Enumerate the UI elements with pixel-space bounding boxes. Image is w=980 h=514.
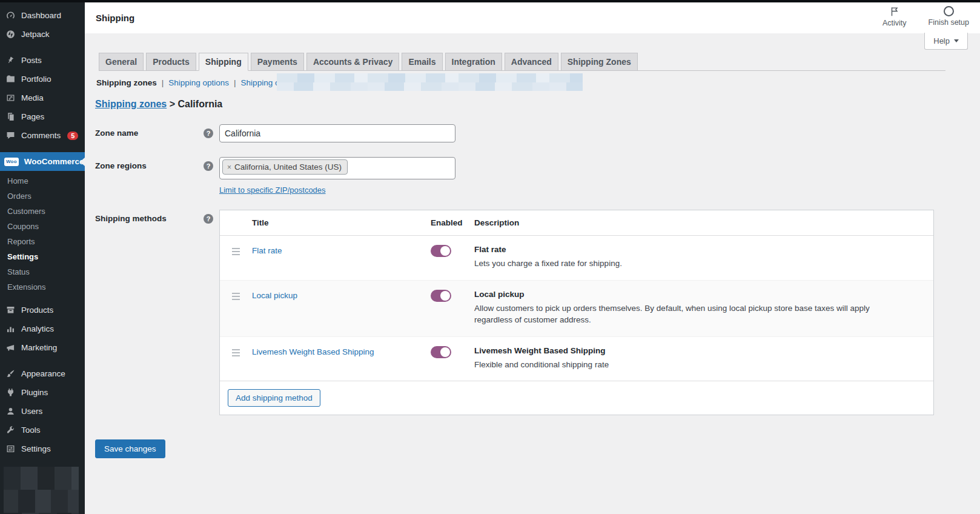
sidebar-item-marketing[interactable]: Marketing (0, 338, 85, 357)
sidebar-item-comments[interactable]: Comments 5 (0, 126, 85, 145)
help-tip-icon[interactable]: ? (204, 128, 213, 138)
zone-regions-label: Zone regions (95, 161, 147, 170)
zone-name-label: Zone name (95, 128, 138, 138)
zone-regions-row: Zone regions ? × California, United Stat… (95, 157, 980, 195)
sidebar-item-dashboard[interactable]: Dashboard (0, 6, 85, 25)
page-title: Shipping (96, 13, 134, 23)
finish-setup-button[interactable]: Finish setup (929, 6, 969, 27)
sidebar-item-appearance[interactable]: Appearance (0, 364, 85, 383)
settings-tab-bar: General Products Shipping Payments Accou… (99, 53, 945, 71)
tab-accounts-privacy[interactable]: Accounts & Privacy (306, 53, 400, 71)
sidebar-separator (0, 145, 85, 152)
sidebar-item-settings[interactable]: Settings (0, 439, 85, 458)
redacted-site-info (4, 467, 79, 514)
submenu-item-reports[interactable]: Reports (0, 234, 85, 249)
subnav-shipping-options[interactable]: Shipping options (168, 78, 229, 87)
sidebar-item-portfolio[interactable]: Portfolio (0, 70, 85, 88)
chevron-down-icon (954, 39, 959, 42)
tab-general[interactable]: General (99, 53, 144, 71)
method-link-livemesh[interactable]: Livemesh Weight Based Shipping (252, 346, 431, 356)
method-link-local-pickup[interactable]: Local pickup (252, 290, 431, 300)
sidebar-item-pages[interactable]: Pages (0, 107, 85, 126)
submenu-item-customers[interactable]: Customers (0, 204, 85, 219)
sidebar-item-plugins[interactable]: Plugins (0, 383, 85, 402)
add-shipping-method-button[interactable]: Add shipping method (228, 389, 320, 407)
sidebar-item-label: Users (21, 407, 42, 416)
sidebar-item-label: Analytics (21, 324, 54, 333)
admin-bar-strip (0, 0, 980, 2)
tab-payments[interactable]: Payments (251, 53, 304, 71)
tab-integration[interactable]: Integration (445, 53, 502, 71)
sidebar-item-media[interactable]: Media (0, 88, 85, 107)
help-tip-icon[interactable]: ? (204, 161, 213, 171)
sidebar-item-label: Portfolio (21, 75, 51, 84)
remove-tag-icon[interactable]: × (227, 163, 231, 172)
sidebar-item-label: Products (21, 305, 53, 315)
drag-handle-icon[interactable] (232, 248, 240, 255)
submenu-item-coupons[interactable]: Coupons (0, 219, 85, 234)
breadcrumb-separator: > (170, 99, 175, 109)
enabled-toggle[interactable] (431, 290, 451, 302)
header-controls: Activity Finish setup (882, 6, 969, 27)
sidebar-item-analytics[interactable]: Analytics (0, 319, 85, 338)
region-tag: × California, United States (US) (222, 159, 348, 175)
submenu-item-orders[interactable]: Orders (0, 189, 85, 204)
submenu-item-settings[interactable]: Settings (0, 249, 85, 264)
subnav-shipping-zones[interactable]: Shipping zones (96, 78, 157, 87)
method-desc-text: Allow customers to pick up orders themse… (474, 302, 933, 326)
submenu-item-extensions[interactable]: Extensions (0, 279, 85, 295)
sidebar-item-label: Jetpack (21, 30, 50, 39)
breadcrumb: Shipping zones > California (95, 99, 980, 110)
woocommerce-submenu: Home Orders Customers Coupons Reports Se… (0, 171, 85, 301)
sidebar-item-products[interactable]: Products (0, 301, 85, 319)
sidebar-item-jetpack[interactable]: Jetpack (0, 25, 85, 44)
help-tip-icon[interactable]: ? (204, 214, 213, 224)
progress-circle-icon (944, 6, 954, 16)
zone-name-input[interactable] (219, 124, 455, 142)
sidebar-item-tools[interactable]: Tools (0, 421, 85, 439)
sidebar-item-label: Comments (21, 131, 61, 140)
table-row: Flat rate Flat rate Lets you charge a fi… (220, 236, 933, 280)
shipping-subnav: Shipping zones | Shipping options | Ship… (96, 76, 980, 89)
sidebar-item-label: Pages (21, 112, 44, 121)
enabled-toggle[interactable] (431, 245, 451, 257)
breadcrumb-current: California (177, 99, 222, 109)
megaphone-icon (5, 342, 16, 353)
submenu-item-status[interactable]: Status (0, 264, 85, 279)
activity-button[interactable]: Activity (882, 6, 907, 27)
submenu-item-home[interactable]: Home (0, 173, 85, 189)
sidebar-item-label: Plugins (21, 388, 48, 397)
tab-shipping[interactable]: Shipping (199, 53, 248, 71)
tab-products[interactable]: Products (146, 53, 196, 71)
breadcrumb-shipping-zones-link[interactable]: Shipping zones (95, 99, 167, 109)
save-changes-button[interactable]: Save changes (95, 439, 165, 458)
table-footer: Add shipping method (220, 381, 933, 415)
sidebar-item-posts[interactable]: Posts (0, 51, 85, 70)
method-desc-text: Lets you charge a fixed rate for shippin… (474, 258, 933, 270)
tab-emails[interactable]: Emails (402, 53, 442, 71)
zone-regions-select[interactable]: × California, United States (US) (219, 157, 455, 179)
sidebar-item-users[interactable]: Users (0, 402, 85, 421)
woocommerce-logo-icon: Woo (4, 158, 19, 166)
sidebar-item-label: Media (21, 93, 44, 102)
subnav-separator: | (162, 78, 164, 87)
enabled-toggle[interactable] (431, 346, 451, 358)
help-dropdown-button[interactable]: Help (924, 33, 968, 50)
table-header-row: Title Enabled Description (220, 210, 933, 236)
limit-zip-link[interactable]: Limit to specific ZIP/postcodes (219, 185, 326, 195)
drag-handle-icon[interactable] (232, 293, 240, 300)
method-link-flat-rate[interactable]: Flat rate (252, 245, 431, 255)
region-tag-label: California, United States (US) (234, 162, 342, 172)
method-desc-text: Flexible and conditional shipping rate (474, 359, 933, 371)
tab-advanced[interactable]: Advanced (505, 53, 558, 71)
sidebar-item-woocommerce[interactable]: Woo WooCommerce (0, 152, 85, 171)
plugin-icon (5, 387, 16, 398)
shipping-methods-label: Shipping methods (95, 214, 167, 223)
sidebar-separator (0, 357, 85, 364)
drag-handle-icon[interactable] (232, 349, 240, 356)
flag-icon (889, 6, 900, 17)
method-desc-title: Livemesh Weight Based Shipping (474, 346, 933, 355)
tab-shipping-zones[interactable]: Shipping Zones (561, 53, 638, 71)
table-row: Local pickup Local pickup Allow customer… (220, 280, 933, 337)
wrench-icon (5, 425, 16, 435)
